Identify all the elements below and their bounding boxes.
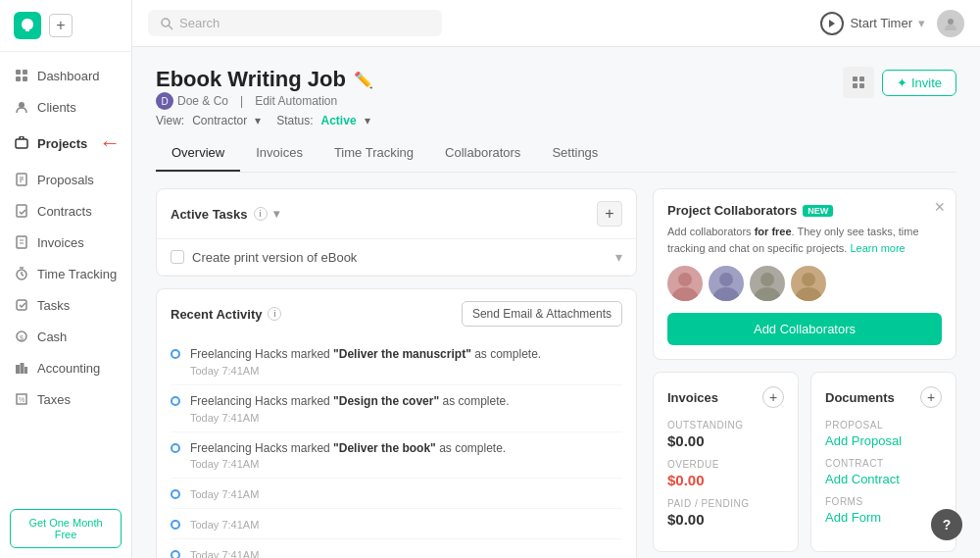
taxes-icon: % <box>14 391 29 407</box>
view-value[interactable]: Contractor <box>192 114 247 127</box>
proposal-section: PROPOSAL Add Proposal <box>825 420 942 448</box>
paid-pending-label: PAID / PENDING <box>667 498 784 509</box>
svg-rect-31 <box>859 83 864 88</box>
activity-content: Today 7:41AM <box>190 486 259 500</box>
svg-point-35 <box>802 273 815 286</box>
view-chevron: ▾ <box>255 114 261 127</box>
accounting-icon <box>14 360 29 376</box>
collaborators-avatars <box>667 266 942 301</box>
active-tasks-header: Active Tasks i ▾ + <box>157 189 636 239</box>
tab-invoices[interactable]: Invoices <box>240 135 318 172</box>
overdue-label: OVERDUE <box>667 459 784 470</box>
collaborators-title: Project Collaborators <box>667 203 797 218</box>
active-tasks-info-icon[interactable]: i <box>254 207 268 221</box>
user-avatar[interactable] <box>937 10 964 37</box>
activity-time-5: Today 7:41AM <box>190 519 259 531</box>
invite-button[interactable]: ✦ Invite <box>882 70 956 96</box>
add-new-button[interactable]: + <box>49 14 73 37</box>
projects-icon <box>14 135 29 151</box>
help-button[interactable]: ? <box>931 509 962 540</box>
left-column: Active Tasks i ▾ + Create print version … <box>156 188 637 558</box>
sidebar-item-projects[interactable]: Projects ← <box>0 123 131 164</box>
search-box[interactable]: Search <box>148 10 442 36</box>
add-invoice-button[interactable]: + <box>762 386 784 408</box>
svg-rect-30 <box>853 83 858 88</box>
sidebar-item-clients[interactable]: Clients <box>0 91 131 123</box>
sidebar-item-cash[interactable]: $ Cash <box>0 321 131 352</box>
collaborator-avatar-4 <box>791 266 826 301</box>
sidebar-label-invoices: Invoices <box>37 235 84 250</box>
project-title-row: Ebook Writing Job ✏️ <box>156 67 373 92</box>
client-name: Doe & Co <box>177 94 228 108</box>
add-document-button[interactable]: + <box>920 386 942 408</box>
activity-item: Freelancing Hacks marked "Design the cov… <box>171 385 622 432</box>
learn-more-link[interactable]: Learn more <box>850 242 905 254</box>
add-task-button[interactable]: + <box>597 201 622 227</box>
add-collaborators-button[interactable]: Add Collaborators <box>667 313 942 345</box>
separator: | <box>240 94 243 108</box>
activity-content: Today 7:41AM <box>190 547 259 558</box>
activity-item: Freelancing Hacks marked "Deliver the bo… <box>171 432 622 480</box>
grid-view-button[interactable] <box>843 67 874 98</box>
invoices-widget: Invoices + OUTSTANDING $0.00 OVERDUE $0.… <box>653 372 799 552</box>
client-initial: D <box>156 92 173 110</box>
sidebar-item-proposals[interactable]: Proposals <box>0 164 131 195</box>
clients-icon <box>14 99 29 115</box>
tab-collaborators[interactable]: Collaborators <box>429 135 536 172</box>
send-email-button[interactable]: Send Email & Attachments <box>462 301 622 327</box>
edit-automation-link[interactable]: Edit Automation <box>255 94 337 108</box>
sidebar-item-invoices[interactable]: Invoices <box>0 227 131 258</box>
close-collaborators-button[interactable]: ✕ <box>934 199 946 215</box>
sidebar-item-time-tracking[interactable]: Time Tracking <box>0 258 131 289</box>
project-header-right: ✦ Invite <box>843 67 956 98</box>
start-timer-button[interactable]: Start Timer ▾ <box>820 12 925 35</box>
sidebar-item-dashboard[interactable]: Dashboard <box>0 60 131 91</box>
svg-point-4 <box>19 102 24 108</box>
tab-settings[interactable]: Settings <box>536 135 613 172</box>
sidebar-label-accounting: Accounting <box>37 361 100 376</box>
add-contract-link[interactable]: Add Contract <box>825 472 900 486</box>
svg-text:%: % <box>19 396 24 403</box>
paid-pending-row: PAID / PENDING $0.00 <box>667 498 784 528</box>
task-label: Create print version of eBook <box>192 250 357 265</box>
sidebar-label-cash: Cash <box>37 330 67 344</box>
activity-item: Today 7:41AM <box>171 479 622 509</box>
sidebar-item-accounting[interactable]: Accounting <box>0 352 131 383</box>
paid-pending-value: $0.00 <box>667 511 784 528</box>
task-expand-chevron[interactable]: ▾ <box>615 249 622 265</box>
add-form-link[interactable]: Add Form <box>825 510 881 525</box>
collaborator-avatar-3 <box>750 266 785 301</box>
cash-icon: $ <box>14 329 29 344</box>
bottom-cards: Invoices + OUTSTANDING $0.00 OVERDUE $0.… <box>653 372 956 552</box>
sidebar-item-taxes[interactable]: % Taxes <box>0 383 131 415</box>
activity-item: Today 7:41AM <box>171 539 622 558</box>
outstanding-label: OUTSTANDING <box>667 420 784 431</box>
tab-overview[interactable]: Overview <box>156 135 240 172</box>
new-badge: NEW <box>803 205 833 217</box>
topbar: Search Start Timer ▾ <box>132 0 980 47</box>
activity-time-2: Today 7:41AM <box>190 412 510 424</box>
activity-time-3: Today 7:41AM <box>190 458 506 470</box>
active-tasks-chevron[interactable]: ▾ <box>273 207 279 221</box>
project-tabs: Overview Invoices Time Tracking Collabor… <box>156 135 956 173</box>
svg-point-34 <box>760 273 774 286</box>
activity-dot <box>171 520 180 530</box>
invoices-widget-title: Invoices <box>667 390 718 405</box>
get-free-button[interactable]: Get One Month Free <box>10 509 122 548</box>
tab-time-tracking[interactable]: Time Tracking <box>318 135 429 172</box>
invoices-icon <box>14 234 29 250</box>
activity-info-icon[interactable]: i <box>268 307 281 321</box>
sidebar-item-contracts[interactable]: Contracts <box>0 195 131 227</box>
sidebar-label-taxes: Taxes <box>37 392 71 407</box>
documents-widget-header: Documents + <box>825 386 942 408</box>
task-checkbox[interactable] <box>171 250 184 264</box>
add-proposal-link[interactable]: Add Proposal <box>825 433 902 448</box>
status-value[interactable]: Active <box>321 114 357 127</box>
activity-header: Recent Activity i Send Email & Attachmen… <box>157 289 636 338</box>
edit-title-icon[interactable]: ✏️ <box>354 71 373 89</box>
svg-rect-28 <box>853 76 858 81</box>
sidebar-item-tasks[interactable]: Tasks <box>0 289 131 321</box>
activity-content: Today 7:41AM <box>190 517 259 531</box>
activity-dot <box>171 349 180 359</box>
collaborator-avatar-1 <box>667 266 703 301</box>
